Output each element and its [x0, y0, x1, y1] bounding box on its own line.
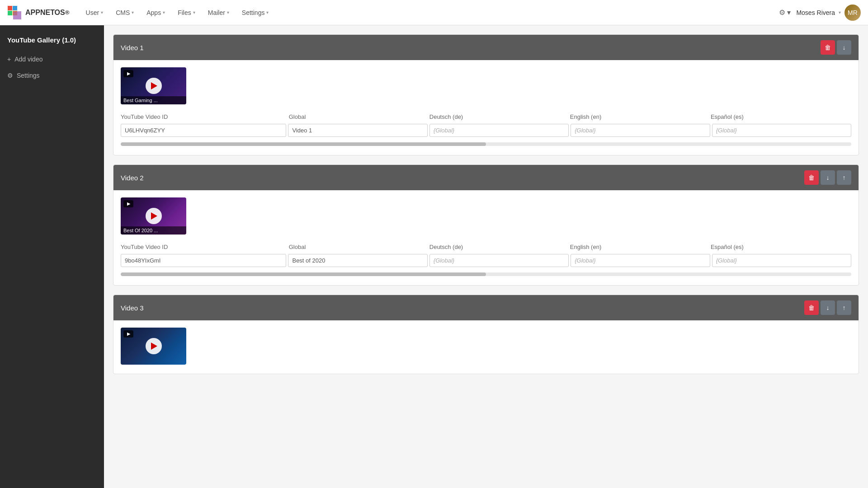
main-content: Video 1 🗑 ↓ ▶ Best Gaming ...: [104, 25, 868, 488]
navbar: APPNETOS® User ▾ CMS ▾ Apps ▾ Files ▾: [0, 0, 868, 25]
avatar-initials: MR: [848, 9, 858, 16]
youtube-badge-icon: ▶: [123, 70, 133, 77]
video-3-thumbnail[interactable]: ▶: [121, 328, 186, 365]
nav-item-cms[interactable]: CMS ▾: [110, 5, 139, 20]
nav-cms-caret: ▾: [132, 10, 134, 15]
col-header-deutsch: Deutsch (de): [429, 112, 570, 122]
user-menu-caret: ▾: [839, 10, 841, 15]
sidebar: YouTube Gallery (1.0) + Add video ⚙ Sett…: [0, 25, 104, 488]
nav-item-apps[interactable]: Apps ▾: [141, 5, 170, 20]
user-name-label: Moses Rivera: [796, 9, 835, 16]
gear-caret: ▾: [787, 8, 791, 17]
video-2-scroll-track[interactable]: [121, 272, 851, 276]
video-2-body: ▶ Best Of 2020 ... YouTube Video ID Glob…: [113, 190, 859, 285]
video-2-global-input[interactable]: [288, 254, 427, 267]
nav-item-settings[interactable]: Settings ▾: [236, 5, 274, 20]
video-1-actions: 🗑 ↓: [821, 40, 851, 55]
svg-rect-4: [13, 11, 21, 19]
video-1-thumbnail[interactable]: ▶ Best Gaming ...: [121, 67, 186, 104]
col2-header-youtube-id: YouTube Video ID: [121, 242, 289, 252]
video-2-move-up-button[interactable]: ↑: [837, 170, 851, 185]
play-triangle-icon: [151, 82, 157, 89]
video-1-thumbnail-inner: ▶ Best Gaming ...: [121, 67, 186, 104]
sidebar-item-settings[interactable]: ⚙ Settings: [0, 67, 104, 84]
nav-files-caret: ▾: [193, 10, 195, 15]
play-button-2-icon: [146, 208, 162, 224]
navbar-right: ⚙ ▾ Moses Rivera ▾ MR: [779, 5, 861, 21]
nav-files-label: Files: [178, 9, 191, 16]
user-menu-button[interactable]: Moses Rivera ▾ MR: [796, 5, 861, 21]
video-2-actions: 🗑 ↓ ↑: [804, 170, 851, 185]
col2-header-global: Global: [289, 242, 429, 252]
video-1-deutsch-input[interactable]: [429, 124, 569, 137]
video-card-3: Video 3 🗑 ↓ ↑ ▶: [113, 295, 859, 374]
page-layout: YouTube Gallery (1.0) + Add video ⚙ Sett…: [0, 25, 868, 488]
video-1-move-down-button[interactable]: ↓: [837, 40, 851, 55]
video-2-move-down-button[interactable]: ↓: [821, 170, 835, 185]
nav-user-label: User: [86, 9, 99, 16]
nav-item-files[interactable]: Files ▾: [172, 5, 201, 20]
video-2-title: Video 2: [121, 174, 144, 182]
nav-apps-caret: ▾: [163, 10, 165, 15]
col-header-english: English (en): [570, 112, 711, 122]
brand-logo-link[interactable]: APPNETOS®: [7, 5, 70, 20]
nav-settings-label: Settings: [242, 9, 265, 16]
video-1-fields-row: [121, 124, 851, 137]
video-2-espanol-input[interactable]: [712, 254, 851, 267]
svg-rect-1: [13, 6, 17, 10]
video-2-fields-header: YouTube Video ID Global Deutsch (de) Eng…: [121, 242, 851, 252]
col2-header-espanol: Español (es): [711, 242, 851, 252]
video-2-thumbnail[interactable]: ▶ Best Of 2020 ...: [121, 197, 186, 235]
nav-item-user[interactable]: User ▾: [80, 5, 109, 20]
nav-mailer-label: Mailer: [208, 9, 225, 16]
global-settings-button[interactable]: ⚙ ▾: [779, 8, 791, 17]
video-1-scroll-thumb: [121, 142, 486, 146]
video-1-youtube-id-input[interactable]: [121, 124, 286, 137]
video-1-english-input[interactable]: [571, 124, 710, 137]
nav-user-caret: ▾: [101, 10, 103, 15]
play-button-3-icon: [146, 338, 162, 354]
col2-header-deutsch: Deutsch (de): [429, 242, 570, 252]
video-2-youtube-id-input[interactable]: [121, 254, 286, 267]
plus-icon: +: [7, 56, 11, 63]
video-2-fields-row: [121, 254, 851, 267]
video-1-fields-header: YouTube Video ID Global Deutsch (de) Eng…: [121, 112, 851, 122]
nav-item-mailer[interactable]: Mailer ▾: [203, 5, 235, 20]
video-3-thumbnail-inner: ▶: [121, 328, 186, 365]
video-2-scroll-thumb: [121, 272, 486, 276]
video-2-thumbnail-inner: ▶ Best Of 2020 ...: [121, 197, 186, 235]
sidebar-item-add-video-label: Add video: [14, 56, 42, 63]
play-triangle-2-icon: [151, 212, 157, 220]
video-2-delete-button[interactable]: 🗑: [804, 170, 819, 185]
video-3-move-up-button[interactable]: ↑: [837, 300, 851, 315]
video-1-delete-button[interactable]: 🗑: [821, 40, 835, 55]
col-header-youtube-id: YouTube Video ID: [121, 112, 289, 122]
svg-rect-2: [8, 11, 12, 15]
youtube-badge-3-icon: ▶: [123, 330, 133, 338]
video-3-move-down-button[interactable]: ↓: [821, 300, 835, 315]
avatar: MR: [844, 5, 861, 21]
play-triangle-3-icon: [151, 343, 157, 350]
video-1-body: ▶ Best Gaming ... YouTube Video ID Globa…: [113, 60, 859, 155]
video-3-title: Video 3: [121, 304, 144, 312]
col2-header-english: English (en): [570, 242, 711, 252]
video-2-fields-table: YouTube Video ID Global Deutsch (de) Eng…: [121, 242, 851, 267]
svg-rect-0: [8, 6, 12, 10]
nav-mailer-caret: ▾: [227, 10, 229, 15]
video-3-delete-button[interactable]: 🗑: [804, 300, 819, 315]
video-2-english-input[interactable]: [571, 254, 710, 267]
col-header-espanol: Español (es): [711, 112, 851, 122]
nav-menu: User ▾ CMS ▾ Apps ▾ Files ▾ Mailer: [80, 5, 779, 20]
video-1-global-input[interactable]: [288, 124, 427, 137]
video-1-fields-table: YouTube Video ID Global Deutsch (de) Eng…: [121, 112, 851, 137]
youtube-badge-2-icon: ▶: [123, 200, 133, 207]
video-1-espanol-input[interactable]: [712, 124, 851, 137]
video-2-deutsch-input[interactable]: [429, 254, 569, 267]
video-1-scroll-track[interactable]: [121, 142, 851, 146]
settings-icon: ⚙: [7, 72, 13, 79]
brand-name: APPNETOS: [25, 9, 65, 17]
nav-settings-caret: ▾: [266, 10, 269, 15]
sidebar-item-add-video[interactable]: + Add video: [0, 51, 104, 67]
sidebar-title: YouTube Gallery (1.0): [0, 33, 104, 51]
nav-cms-label: CMS: [116, 9, 130, 16]
